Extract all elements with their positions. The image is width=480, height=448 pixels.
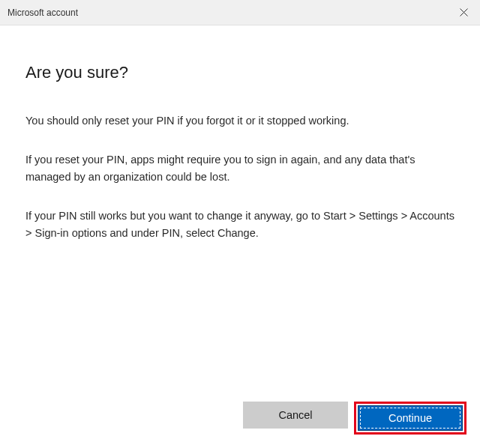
close-button[interactable] [447, 0, 480, 25]
close-icon [460, 8, 468, 16]
cancel-button[interactable]: Cancel [243, 402, 348, 429]
button-row: Cancel Continue [243, 402, 466, 435]
continue-button-highlight: Continue [354, 402, 466, 435]
titlebar: Microsoft account [0, 0, 480, 25]
window-title: Microsoft account [8, 7, 78, 18]
dialog-paragraph-3: If your PIN still works but you want to … [26, 208, 454, 241]
dialog-paragraph-2: If you reset your PIN, apps might requir… [26, 151, 454, 185]
continue-button[interactable]: Continue [358, 405, 463, 431]
dialog-paragraph-1: You should only reset your PIN if you fo… [26, 112, 454, 129]
dialog-heading: Are you sure? [26, 63, 454, 82]
dialog-content: Are you sure? You should only reset your… [0, 25, 480, 241]
